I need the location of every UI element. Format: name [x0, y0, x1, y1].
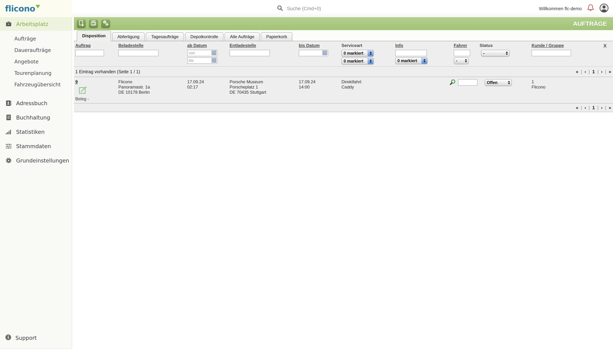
page-current: 1	[592, 69, 595, 75]
sidebar-item-angebote[interactable]: Angebote	[0, 56, 72, 67]
sidebar-item-adressbuch[interactable]: Adressbuch	[0, 96, 72, 110]
user-area: Willkommen flc-demo	[539, 0, 609, 17]
page-last-button[interactable]: »	[609, 69, 611, 74]
fahrer-search-icon[interactable]	[449, 79, 456, 87]
statistics-icon	[5, 129, 12, 135]
bis-datum-time: 14:00	[299, 84, 341, 90]
page-next-button[interactable]: ›	[601, 105, 602, 110]
tab-papierkorb[interactable]: Papierkorb	[261, 32, 292, 41]
pagination-separator: |	[581, 69, 582, 74]
kunde-gruppe-filter-input[interactable]	[531, 50, 571, 56]
new-order-button[interactable]	[77, 19, 86, 28]
entladestelle-filter-input[interactable]	[230, 50, 270, 56]
settings-button[interactable]	[101, 19, 110, 28]
page-first-button[interactable]: «	[576, 69, 578, 74]
tab-label: Papierkorb	[266, 34, 287, 39]
page-prev-button[interactable]: ‹	[585, 69, 586, 74]
sidebar-item-buchhaltung[interactable]: Buchhaltung	[0, 110, 72, 125]
result-summary: 1 Eintrag vorhanden (Seite 1 / 1)	[75, 69, 140, 74]
sidebar-item-support[interactable]: Support	[0, 331, 77, 344]
column-header-auftrag[interactable]: Auftrag	[75, 43, 91, 48]
cell-status: Offen	[479, 79, 531, 103]
tab-label: Depotkontrolle	[191, 34, 218, 39]
fahrer-filter-input[interactable]	[454, 50, 470, 56]
ab-datum-date: 17.09.24	[187, 79, 230, 84]
column-header-entladestelle[interactable]: Entladestelle	[230, 43, 256, 48]
pagination-separator: |	[605, 69, 606, 74]
sidebar-item-dauerauftraege[interactable]: Daueraufträge	[0, 44, 72, 56]
sidebar-item-tourenplanung[interactable]: Tourenplanung	[0, 67, 72, 79]
order-number-link[interactable]: 9	[75, 79, 78, 84]
serviceart-vehicle: Caddy	[341, 84, 395, 90]
tab-abfertigung[interactable]: Abfertigung	[112, 32, 145, 41]
notifications-bell-icon[interactable]	[586, 4, 595, 13]
clear-filters-button[interactable]: X	[596, 37, 607, 49]
select-arrows-icon	[506, 79, 512, 86]
sidebar-item-statistiken[interactable]: Statistiken	[0, 125, 72, 139]
calendar-icon[interactable]	[212, 51, 216, 56]
select-arrows-icon	[422, 58, 427, 64]
select-value: -	[481, 50, 504, 56]
column-header-info[interactable]: Info	[395, 43, 403, 48]
filter-fahrer: Fahrer -	[454, 43, 479, 66]
order-status-select[interactable]: Offen	[485, 79, 512, 86]
beladestelle-filter-input[interactable]	[118, 50, 159, 56]
filter-status: Status -	[479, 43, 531, 66]
tab-disposition[interactable]: Disposition	[77, 30, 111, 41]
edit-order-icon[interactable]	[78, 85, 118, 96]
kunde-number: 1	[531, 79, 596, 84]
pagination-separator: |	[597, 69, 599, 74]
sliders-icon	[5, 143, 12, 149]
serviceart-select-2[interactable]: 0 markiert	[341, 58, 374, 65]
tabs: Disposition Abfertigung Tagesaufträge De…	[74, 30, 613, 41]
select-value: 0 markiert	[342, 50, 368, 56]
workspace-subnav: Aufträge Daueraufträge Angebote Tourenpl…	[0, 31, 72, 92]
serviceart-select-1[interactable]: 0 markiert	[341, 50, 374, 57]
tab-alle-auftraege[interactable]: Alle Aufträge	[225, 32, 260, 41]
column-header-fahrer[interactable]: Fahrer	[454, 43, 467, 48]
filter-entladestelle: Entladestelle	[230, 43, 299, 66]
gear-icon	[5, 157, 12, 164]
info-select[interactable]: 0 markiert	[395, 57, 428, 64]
kunde-name: Flicono	[531, 84, 596, 90]
user-avatar[interactable]	[599, 3, 609, 14]
tab-tagesauftraege[interactable]: Tagesaufträge	[146, 32, 184, 41]
fahrer-assign-input[interactable]	[458, 79, 477, 86]
print-button[interactable]	[89, 19, 98, 28]
tab-depotkontrolle[interactable]: Depotkontrolle	[185, 32, 224, 41]
column-header-beladestelle[interactable]: Beladestelle	[118, 43, 143, 48]
main-content: AUFTRÄGE Disposition Abfertigung Tagesau…	[72, 17, 613, 112]
status-filter-select[interactable]: -	[481, 50, 510, 57]
ab-datum-time: 02:17	[187, 84, 230, 90]
select-arrows-icon	[463, 58, 468, 64]
cell-fahrer	[454, 79, 479, 103]
entladestelle-name: Porsche Museum	[230, 79, 299, 84]
beladestelle-name: Flicono	[118, 79, 187, 84]
serviceart-type: Direktfahrt	[341, 79, 395, 84]
sidebar-item-fahrzeuguebersicht[interactable]: Fahrzeugübersicht	[0, 79, 72, 90]
sidebar-item-auftraege[interactable]: Aufträge	[0, 33, 72, 44]
page-first-button[interactable]: «	[576, 105, 578, 110]
sidebar-item-label: Stammdaten	[16, 143, 51, 149]
calendar-icon[interactable]	[212, 58, 216, 64]
page-last-button[interactable]: »	[609, 105, 611, 110]
page-prev-button[interactable]: ‹	[585, 105, 586, 110]
sidebar-item-grundeinstellungen[interactable]: Grundeinstellungen	[0, 153, 72, 168]
page-next-button[interactable]: ›	[601, 69, 602, 74]
pagination-separator: |	[597, 105, 599, 110]
page-current: 1	[592, 105, 595, 111]
column-header-ab-datum[interactable]: ab Datum	[187, 43, 207, 48]
logo-triangle-icon	[36, 5, 40, 9]
pagination-separator: |	[581, 105, 582, 110]
search-input[interactable]	[286, 6, 367, 12]
sidebar-item-arbeitsplatz[interactable]: Arbeitsplatz	[0, 17, 72, 31]
auftrag-filter-input[interactable]	[75, 50, 104, 56]
sidebar-item-stammdaten[interactable]: Stammdaten	[0, 139, 72, 153]
flicono-logo[interactable]: flicono	[5, 4, 40, 13]
fahrer-select[interactable]: -	[454, 57, 469, 64]
tab-label: Alle Aufträge	[230, 34, 254, 39]
column-header-kunde-gruppe[interactable]: Kunde / Gruppe	[531, 43, 564, 48]
column-header-bis-datum[interactable]: bis Datum	[299, 43, 320, 48]
info-filter-input[interactable]	[395, 50, 427, 56]
calendar-icon[interactable]	[323, 51, 327, 56]
